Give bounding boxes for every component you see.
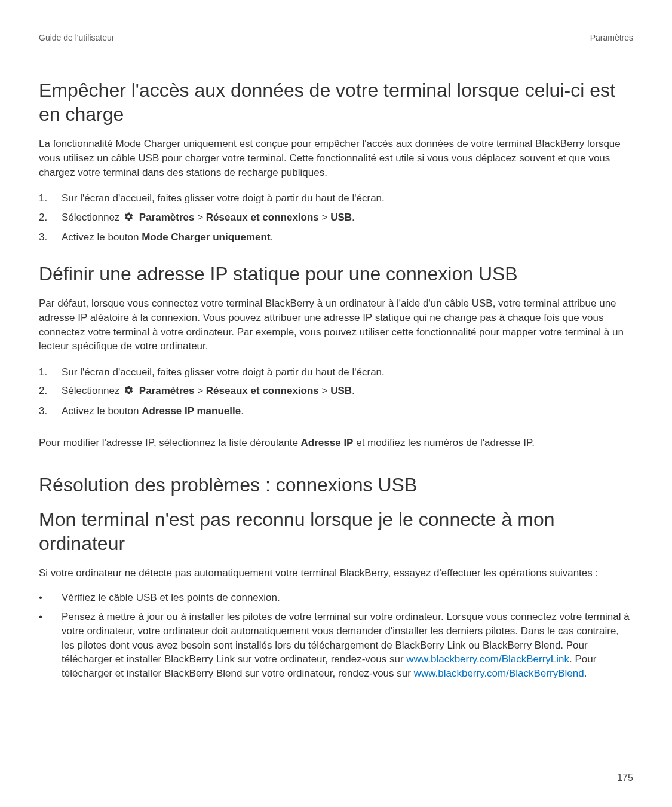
step-text: Sur l'écran d'accueil, faites glisser vo… [62,192,385,204]
step-item: Sélectionnez Paramètres > Réseaux et con… [39,383,633,400]
bullet-item: Pensez à mettre à jour ou à installer le… [39,610,633,681]
step-bold: USB [330,385,352,396]
step-text: > [197,385,206,396]
step-bold: Paramètres [139,385,195,396]
bullet-text: Vérifiez le câble USB et les points de c… [62,592,280,603]
steps-list: Sur l'écran d'accueil, faites glisser vo… [39,364,633,419]
header-right: Paramètres [590,33,633,42]
step-bold: Réseaux et connexions [206,385,319,396]
step-item: Activez le bouton Adresse IP manuelle. [39,403,633,419]
paragraph-text: et modifiez les numéros de l'adresse IP. [353,437,534,448]
step-item: Sélectionnez Paramètres > Réseaux et con… [39,209,633,227]
step-text: Sélectionnez [62,385,122,396]
steps-list: Sur l'écran d'accueil, faites glisser vo… [39,190,633,245]
paragraph-text: Pour modifier l'adresse IP, sélectionnez… [39,437,301,448]
step-text: > [322,212,331,223]
link-blackberry-link[interactable]: www.blackberry.com/BlackBerryLink [406,653,569,665]
heading-prevent-access: Empêcher l'accès aux données de votre te… [39,78,633,126]
header-left: Guide de l'utilisateur [39,33,114,42]
step-text: Sur l'écran d'accueil, faites glisser vo… [62,366,385,378]
document-page: Guide de l'utilisateur Paramètres Empêch… [0,0,672,807]
step-bold: Réseaux et connexions [206,212,319,223]
step-text: . [352,212,355,223]
link-blackberry-blend[interactable]: www.blackberry.com/BlackBerryBlend [414,668,584,679]
gear-icon [124,384,134,400]
gear-icon [124,210,134,227]
heading-troubleshoot: Résolution des problèmes : connexions US… [39,473,633,497]
step-text: . [241,405,244,417]
step-text: . [271,231,274,243]
step-item: Sur l'écran d'accueil, faites glisser vo… [39,364,633,380]
bullet-text: . [584,668,587,679]
bullet-item: Vérifiez le câble USB et les points de c… [39,591,633,605]
page-header: Guide de l'utilisateur Paramètres [39,33,633,42]
step-bold: Paramètres [139,212,195,223]
paragraph: Pour modifier l'adresse IP, sélectionnez… [39,436,633,450]
step-text: . [352,385,355,396]
step-text: > [197,212,206,223]
step-bold: USB [330,212,352,223]
paragraph: Par défaut, lorsque vous connectez votre… [39,296,633,353]
step-text: Activez le bouton [62,405,142,417]
step-bold: Adresse IP manuelle [142,405,241,417]
step-text: > [322,385,331,396]
paragraph: Si votre ordinateur ne détecte pas autom… [39,566,633,580]
page-number: 175 [617,772,633,783]
step-item: Sur l'écran d'accueil, faites glisser vo… [39,190,633,206]
step-text: Sélectionnez [62,212,122,223]
paragraph-bold: Adresse IP [301,437,354,448]
step-item: Activez le bouton Mode Charger uniquemen… [39,229,633,245]
bullet-list: Vérifiez le câble USB et les points de c… [39,591,633,681]
paragraph: La fonctionnalité Mode Charger uniquemen… [39,137,633,179]
heading-static-ip: Définir une adresse IP statique pour une… [39,262,633,286]
heading-not-recognized: Mon terminal n'est pas reconnu lorsque j… [39,508,633,555]
step-text: Activez le bouton [62,231,142,243]
step-bold: Mode Charger uniquement [142,231,270,243]
